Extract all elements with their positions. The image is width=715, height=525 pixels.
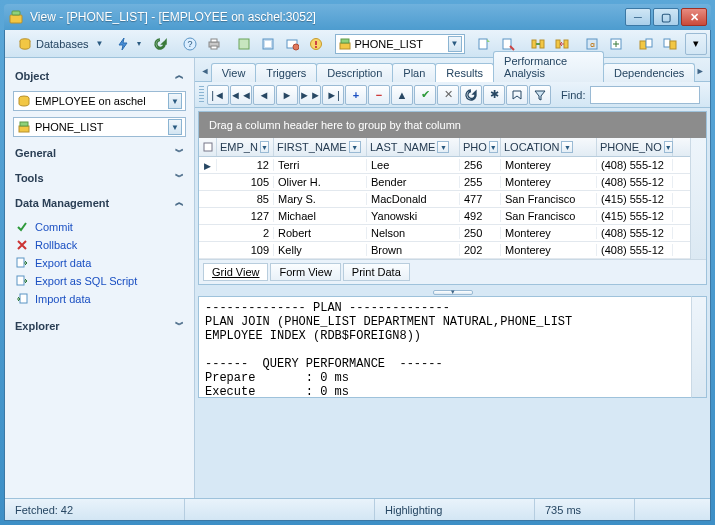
goto-bookmark-icon[interactable] <box>506 85 528 105</box>
filter-dropdown-icon[interactable]: ▼ <box>561 141 573 153</box>
section-explorer[interactable]: Explorer ︾ <box>13 316 186 335</box>
tab-dependencies[interactable]: Dependencies <box>603 63 695 82</box>
databases-button[interactable]: Databases <box>13 33 94 55</box>
plan-scrollbar[interactable] <box>691 296 707 398</box>
toolbar-overflow[interactable]: ▾ <box>685 33 707 55</box>
filter-dropdown-icon[interactable]: ▼ <box>664 141 673 153</box>
minimize-button[interactable]: ─ <box>625 8 651 26</box>
svg-rect-30 <box>670 41 676 49</box>
sidebar-obj-selector[interactable]: PHONE_LIST ▼ <box>13 117 186 137</box>
sidebar-obj-arrow[interactable]: ▼ <box>168 119 182 135</box>
help-icon[interactable]: ? <box>179 33 201 55</box>
post-icon[interactable]: ✔ <box>414 85 436 105</box>
tool-icon-12[interactable] <box>659 33 681 55</box>
filter-icon[interactable] <box>529 85 551 105</box>
filter-dropdown-icon[interactable]: ▼ <box>437 141 449 153</box>
link-rollback[interactable]: Rollback <box>15 238 184 252</box>
grid-view-tab[interactable]: Grid View <box>203 263 268 281</box>
refresh-grid-icon[interactable] <box>460 85 482 105</box>
tool-icon-10[interactable] <box>605 33 627 55</box>
section-data-management[interactable]: Data Management ︽ <box>13 193 186 212</box>
section-general-label: General <box>15 147 56 159</box>
print-data-tab[interactable]: Print Data <box>343 263 410 281</box>
object-selector[interactable]: PHONE_LIST ▼ <box>335 34 465 54</box>
col-header-loc[interactable]: LOCATION▼ <box>501 138 597 156</box>
tab-description[interactable]: Description <box>316 63 393 82</box>
nav-prev-icon[interactable]: ◄ <box>253 85 275 105</box>
table-row[interactable]: ▶12TerriLee256Monterey(408) 555-12 <box>199 157 690 174</box>
filter-dropdown-icon[interactable]: ▼ <box>260 141 269 153</box>
svg-rect-34 <box>17 258 24 267</box>
delete-row-icon[interactable]: − <box>368 85 390 105</box>
link-commit[interactable]: Commit <box>15 220 184 234</box>
group-by-bar[interactable]: Drag a column header here to group by th… <box>199 112 706 138</box>
tool-icon-2[interactable] <box>257 33 279 55</box>
sidebar-obj-text: PHONE_LIST <box>35 121 164 133</box>
tab-scroll-left[interactable]: ◄ <box>199 62 211 80</box>
table-row[interactable]: 109KellyBrown202Monterey(408) 555-12 <box>199 242 690 259</box>
close-button[interactable]: ✕ <box>681 8 707 26</box>
tab-results[interactable]: Results <box>435 63 494 82</box>
nav-last-icon[interactable]: ►| <box>322 85 344 105</box>
table-row[interactable]: 2RobertNelson250Monterey(408) 555-12 <box>199 225 690 242</box>
table-row[interactable]: 85Mary S.MacDonald477San Francisco(415) … <box>199 191 690 208</box>
tool-icon-1[interactable] <box>233 33 255 55</box>
row-selector-header[interactable] <box>199 138 217 156</box>
find-input[interactable] <box>590 86 700 104</box>
col-header-pho[interactable]: PHO▼ <box>460 138 501 156</box>
maximize-button[interactable]: ▢ <box>653 8 679 26</box>
filter-dropdown-icon[interactable]: ▼ <box>489 141 498 153</box>
tab-view[interactable]: View <box>211 63 257 82</box>
cell-phone: (408) 555-12 <box>597 227 673 239</box>
tab-performance[interactable]: Performance Analysis <box>493 51 604 82</box>
tool-icon-11[interactable] <box>635 33 657 55</box>
cell-loc: Monterey <box>501 244 597 256</box>
link-export-data[interactable]: Export data <box>15 256 184 270</box>
databases-dropdown[interactable]: ▼ <box>96 33 104 55</box>
nav-first-icon[interactable]: |◄ <box>207 85 229 105</box>
section-object[interactable]: Object ︽ <box>13 66 186 85</box>
filter-dropdown-icon[interactable]: ▼ <box>349 141 361 153</box>
grid-toolbar: |◄ ◄◄ ◄ ► ►► ►| + − ▲ ✔ ✕ ✱ Find: <box>195 82 710 108</box>
col-header-last[interactable]: LAST_NAME▼ <box>367 138 460 156</box>
nav-prev-page-icon[interactable]: ◄◄ <box>230 85 252 105</box>
toolbar-grip[interactable] <box>199 86 204 104</box>
cell-emp: 85 <box>217 193 274 205</box>
section-tools[interactable]: Tools ︾ <box>13 168 186 187</box>
edit-row-icon[interactable]: ▲ <box>391 85 413 105</box>
cell-emp: 105 <box>217 176 274 188</box>
vertical-scrollbar[interactable] <box>690 138 706 259</box>
table-row[interactable]: 105Oliver H.Bender255Monterey(408) 555-1… <box>199 174 690 191</box>
print-icon[interactable] <box>203 33 225 55</box>
col-header-phone[interactable]: PHONE_NO▼ <box>597 138 673 156</box>
cancel-icon[interactable]: ✕ <box>437 85 459 105</box>
plan-output[interactable]: -------------- PLAN -------------- PLAN … <box>198 296 691 398</box>
sidebar-db-arrow[interactable]: ▼ <box>168 93 182 109</box>
link-export-sql[interactable]: Export as SQL Script <box>15 274 184 288</box>
nav-next-page-icon[interactable]: ►► <box>299 85 321 105</box>
refresh-icon[interactable] <box>149 33 171 55</box>
cell-last: Nelson <box>367 227 460 239</box>
lightning-icon[interactable] <box>112 33 134 55</box>
tool-icon-4[interactable] <box>305 33 327 55</box>
add-row-icon[interactable]: + <box>345 85 367 105</box>
link-import-data-label: Import data <box>35 293 91 305</box>
sidebar-db-selector[interactable]: EMPLOYEE on aschel ▼ <box>13 91 186 111</box>
tab-triggers[interactable]: Triggers <box>255 63 317 82</box>
tool-icon-3[interactable] <box>281 33 303 55</box>
table-row[interactable]: 127MichaelYanowski492San Francisco(415) … <box>199 208 690 225</box>
col-header-first[interactable]: FIRST_NAME▼ <box>274 138 367 156</box>
object-selector-arrow[interactable]: ▼ <box>448 36 462 52</box>
chevron-up-icon: ︽ <box>175 196 184 209</box>
lightning-dropdown[interactable]: ▾ <box>137 39 141 48</box>
nav-next-icon[interactable]: ► <box>276 85 298 105</box>
bookmark-icon[interactable]: ✱ <box>483 85 505 105</box>
link-import-data[interactable]: Import data <box>15 292 184 306</box>
tool-icon-5[interactable] <box>473 33 495 55</box>
form-view-tab[interactable]: Form View <box>270 263 340 281</box>
section-general[interactable]: General ︾ <box>13 143 186 162</box>
tab-plan[interactable]: Plan <box>392 63 436 82</box>
tab-scroll-right[interactable]: ► <box>694 62 706 80</box>
col-header-emp[interactable]: EMP_N▼ <box>217 138 274 156</box>
horizontal-splitter[interactable]: ▾ <box>195 288 710 296</box>
